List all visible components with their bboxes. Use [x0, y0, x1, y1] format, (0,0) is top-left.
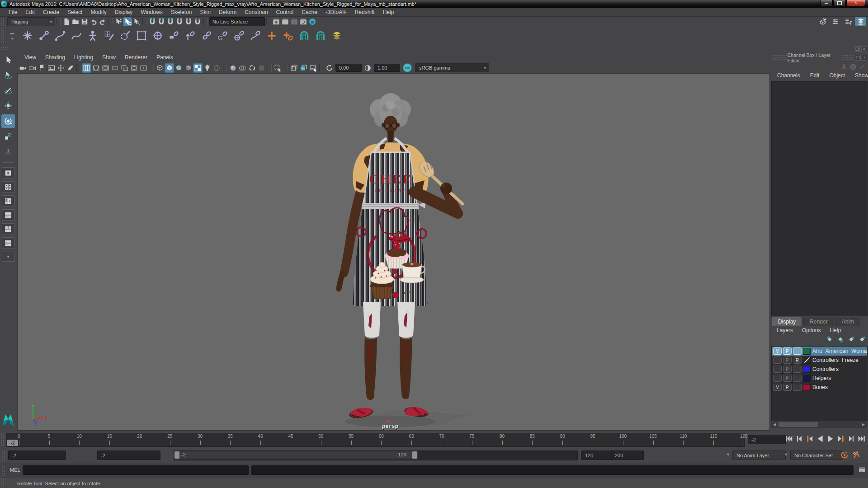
- panel-float-icon[interactable]: ❑: [854, 46, 860, 52]
- shelf-grip[interactable]: [1, 28, 5, 44]
- range-inner[interactable]: [175, 451, 418, 459]
- viewport-menu-show[interactable]: Show: [98, 54, 120, 62]
- select-tool[interactable]: [1, 53, 15, 66]
- playhead[interactable]: -2: [7, 440, 18, 446]
- xray-icon[interactable]: [289, 63, 299, 73]
- smooth-shade-icon[interactable]: [165, 63, 174, 73]
- tab-anim[interactable]: Anim: [835, 317, 860, 326]
- layout-pane-anim[interactable]: [2, 237, 14, 249]
- playback-end-field[interactable]: 120: [581, 450, 614, 460]
- wireframe-icon[interactable]: [155, 63, 165, 73]
- render-settings-icon[interactable]: [299, 17, 308, 26]
- layer-playback-toggle[interactable]: P: [783, 384, 792, 391]
- layer-visible-toggle[interactable]: [773, 357, 782, 364]
- flat-shade-icon[interactable]: [184, 63, 193, 73]
- tool-settings-icon[interactable]: [842, 17, 854, 26]
- modeling-toolkit-icon[interactable]: [817, 17, 828, 26]
- safe-action-icon[interactable]: [129, 63, 139, 73]
- select-hierarchy-icon[interactable]: [114, 17, 123, 26]
- layout-pane-graph[interactable]: [2, 209, 14, 221]
- separator[interactable]: [142, 18, 146, 25]
- wireframe-on-shaded-icon[interactable]: [174, 63, 184, 73]
- channel-box-icon[interactable]: [855, 17, 866, 26]
- menuset-dropdown[interactable]: Rigging ▼: [7, 17, 55, 26]
- anim-end-field[interactable]: 200: [611, 450, 644, 460]
- render-frame-icon[interactable]: [272, 17, 281, 26]
- control-chain-icon[interactable]: [281, 29, 295, 42]
- character[interactable]: CHEF CULINARY: [336, 93, 462, 420]
- ik-spline-tool-icon[interactable]: [53, 29, 67, 42]
- layout-single-pane[interactable]: [2, 167, 14, 179]
- create-layer-from-selected-icon[interactable]: [859, 336, 866, 345]
- separator[interactable]: [57, 18, 61, 25]
- layer-menu-layers[interactable]: Layers: [772, 327, 797, 335]
- exposure-field[interactable]: 0.00: [335, 64, 362, 72]
- anim-layer-dropdown[interactable]: No Anim Layer: [732, 450, 786, 460]
- camera-icon[interactable]: [18, 63, 28, 73]
- menu-windows[interactable]: Windows: [137, 9, 167, 15]
- channel-menu-channels[interactable]: Channels: [772, 72, 805, 80]
- parent-constraint-icon[interactable]: [167, 29, 181, 42]
- channel-menu-edit[interactable]: Edit: [805, 72, 825, 80]
- add-control-icon[interactable]: [265, 29, 278, 42]
- tab-display[interactable]: Display: [772, 317, 802, 326]
- menu-select[interactable]: Select: [63, 9, 86, 15]
- menu-create[interactable]: Create: [39, 9, 63, 15]
- helpline-grip[interactable]: [1, 479, 5, 486]
- bookmark-icon[interactable]: [37, 63, 47, 73]
- viewport-canvas[interactable]: CHEF CULINARY: [17, 73, 770, 431]
- playback-start-field[interactable]: -2: [97, 450, 160, 460]
- panel-grip[interactable]: [771, 55, 787, 61]
- layer-playback-toggle[interactable]: P: [783, 357, 792, 364]
- layer-visible-toggle[interactable]: V: [773, 384, 782, 391]
- snap-to-point-icon[interactable]: [166, 17, 175, 26]
- channel-list-area[interactable]: [771, 81, 868, 316]
- grid-icon[interactable]: [82, 63, 91, 73]
- character-set-dropdown[interactable]: No Character Set: [790, 450, 843, 460]
- bind-skin-icon[interactable]: [102, 29, 116, 42]
- menu-redshift[interactable]: Redshift: [351, 9, 379, 15]
- layer-menu-options[interactable]: Options: [797, 327, 825, 335]
- snapshot-icon[interactable]: [308, 63, 318, 73]
- manipulator-sphere-icon[interactable]: [849, 63, 857, 70]
- make-live-icon[interactable]: [193, 17, 202, 26]
- menu-deform[interactable]: Deform: [215, 9, 241, 15]
- anim-layer-chevron-icon[interactable]: ▼: [726, 452, 730, 457]
- multisample-icon[interactable]: [247, 63, 257, 73]
- separator[interactable]: [266, 18, 270, 25]
- viewport-menu-shading[interactable]: Shading: [41, 54, 70, 62]
- scroll-thumb[interactable]: [778, 422, 818, 427]
- scale-constraint-icon[interactable]: [216, 29, 230, 42]
- auto-keyframe-button[interactable]: [840, 450, 849, 460]
- viewport-menu-view[interactable]: View: [20, 54, 41, 62]
- shelf-tab-controls[interactable]: ▬✦: [6, 31, 18, 41]
- layer-row-bones[interactable]: VPBones: [772, 383, 867, 392]
- live-surface-field[interactable]: No Live Surface: [209, 17, 265, 26]
- snap-to-curve-icon[interactable]: [157, 17, 166, 26]
- save-scene-icon[interactable]: [80, 17, 89, 26]
- film-gate-icon[interactable]: [91, 63, 101, 73]
- menu-edit[interactable]: Edit: [21, 9, 39, 15]
- create-empty-layer-icon[interactable]: [848, 336, 855, 345]
- screen-space-ao-icon[interactable]: [228, 63, 238, 73]
- layer-menu-help[interactable]: Help: [825, 327, 845, 335]
- attribute-editor-icon[interactable]: [830, 17, 841, 26]
- menu-cache[interactable]: Cache: [297, 9, 321, 15]
- layer-row-controllers[interactable]: PControllers: [772, 365, 867, 374]
- command-input[interactable]: [23, 465, 249, 475]
- select-object-icon[interactable]: [123, 17, 132, 26]
- menu-constrain[interactable]: Constrain: [241, 9, 272, 15]
- manipulator-axis-icon[interactable]: [840, 63, 848, 70]
- separator[interactable]: [203, 18, 208, 25]
- step-back-key-button[interactable]: [805, 434, 815, 444]
- rangeslider-grip[interactable]: [2, 450, 6, 461]
- lasso-tool[interactable]: [1, 68, 15, 82]
- snap-to-grid-icon[interactable]: [148, 17, 157, 26]
- new-scene-icon[interactable]: [62, 17, 71, 26]
- panel-popout-icon[interactable]: ❑: [855, 55, 860, 61]
- maximize-button[interactable]: [833, 0, 846, 6]
- menu-skin[interactable]: Skin: [196, 9, 215, 15]
- layer-visible-toggle[interactable]: V: [773, 347, 782, 355]
- toolbox-grip[interactable]: [1, 47, 8, 50]
- open-scene-icon[interactable]: [71, 17, 80, 26]
